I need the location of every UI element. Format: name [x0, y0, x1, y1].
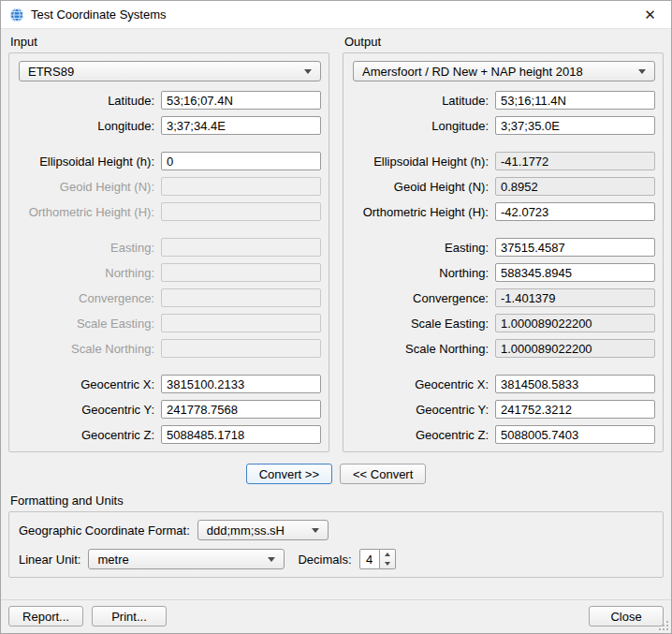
input-geoid-height-field — [161, 177, 321, 196]
report-button[interactable]: Report... — [8, 606, 83, 627]
formatting-group-title: Formatting and Units — [10, 494, 664, 508]
convert-forward-button[interactable]: Convert >> — [246, 464, 332, 484]
geographic-format-row: Geographic Coordinate Format: ddd;mm;ss.… — [19, 520, 655, 540]
spin-down-arrow-icon — [385, 562, 390, 566]
input-latitude-field[interactable] — [161, 91, 321, 110]
input-scale-easting-field — [161, 314, 321, 332]
input-longitude-row: Longitude: — [19, 116, 321, 135]
output-scale-easting-row: Scale Easting: — [353, 314, 655, 332]
output-geocentric-z-field[interactable] — [495, 425, 655, 444]
output-latitude-field[interactable] — [495, 91, 655, 110]
window-titlebar[interactable]: Test Coordinate Systems ✕ — [1, 1, 671, 29]
output-geocentric-x-row: Geocentric X: — [353, 375, 655, 393]
close-window-button[interactable]: ✕ — [629, 1, 671, 28]
dropdown-arrow-icon — [268, 557, 275, 562]
input-ellipsoidal-height-field[interactable] — [161, 152, 321, 170]
output-orthometric-height-label: Orthometric Height (H): — [353, 205, 495, 219]
bottom-button-bar: Report... Print... Close — [1, 600, 671, 633]
output-ellipsoidal-height-field[interactable] — [495, 152, 655, 170]
bottom-section: Report... Print... Close — [1, 599, 671, 633]
decimals-spin-up-button[interactable] — [380, 550, 395, 559]
output-panel: Output Amersfoort / RD New + NAP height … — [343, 33, 664, 452]
output-geocentric-y-label: Geocentric Y: — [353, 403, 495, 417]
input-longitude-field[interactable] — [161, 116, 321, 135]
input-geocentric-x-field[interactable] — [161, 375, 321, 393]
output-scale-easting-field[interactable] — [495, 314, 655, 332]
output-easting-row: Easting: — [353, 238, 655, 257]
linear-unit-dropdown[interactable]: metre — [88, 549, 285, 569]
input-geocentric-z-row: Geocentric Z: — [19, 425, 321, 444]
geographic-format-dropdown[interactable]: ddd;mm;ss.sH — [197, 520, 329, 540]
input-crs-value: ETRS89 — [28, 65, 297, 79]
input-scale-northing-field — [161, 339, 321, 358]
output-northing-field[interactable] — [495, 263, 655, 282]
input-northing-row: Northing: — [19, 263, 321, 282]
input-scale-easting-row: Scale Easting: — [19, 314, 321, 332]
window-title: Test Coordinate Systems — [31, 7, 167, 22]
output-geocentric-x-field[interactable] — [495, 375, 655, 393]
input-convergence-field — [161, 288, 321, 307]
close-dialog-button[interactable]: Close — [589, 606, 664, 627]
decimals-spin-buttons — [380, 549, 396, 569]
input-ellipsoidal-height-row: Ellipsoidal Height (h): — [19, 152, 321, 170]
output-scale-northing-field[interactable] — [495, 339, 655, 358]
output-ellipsoidal-height-row: Ellipsoidal Height (h): — [353, 152, 655, 170]
output-geocentric-y-row: Geocentric Y: — [353, 400, 655, 419]
input-panel: Input ETRS89 Latitude: Longitude: Ellips… — [8, 33, 329, 452]
input-orthometric-height-field — [161, 202, 321, 221]
input-orthometric-height-label: Orthometric Height (H): — [19, 205, 161, 219]
decimals-spin-down-button[interactable] — [380, 559, 395, 568]
formatting-group-box: Geographic Coordinate Format: ddd;mm;ss.… — [8, 511, 664, 578]
output-convergence-row: Convergence: — [353, 288, 655, 307]
output-longitude-label: Longitude: — [353, 119, 495, 133]
output-geoid-height-row: Geoid Height (N): — [353, 177, 655, 196]
output-latitude-label: Latitude: — [353, 94, 495, 108]
convert-backward-button[interactable]: << Convert — [340, 464, 426, 484]
input-geocentric-x-label: Geocentric X: — [19, 377, 161, 391]
output-orthometric-height-field[interactable] — [495, 202, 655, 221]
input-longitude-label: Longitude: — [19, 119, 161, 133]
output-geocentric-z-row: Geocentric Z: — [353, 425, 655, 444]
input-geocentric-z-label: Geocentric Z: — [19, 428, 161, 442]
decimals-value-field[interactable] — [359, 549, 380, 569]
input-convergence-row: Convergence: — [19, 288, 321, 307]
print-button[interactable]: Print... — [92, 606, 167, 627]
input-scale-northing-label: Scale Northing: — [19, 342, 161, 356]
output-easting-field[interactable] — [495, 238, 655, 257]
output-northing-row: Northing: — [353, 263, 655, 282]
input-geoid-height-label: Geoid Height (N): — [19, 180, 161, 194]
output-scale-northing-row: Scale Northing: — [353, 339, 655, 358]
output-geocentric-y-field[interactable] — [495, 400, 655, 419]
input-northing-label: Northing: — [19, 266, 161, 280]
output-crs-dropdown[interactable]: Amersfoort / RD New + NAP height 2018 — [353, 61, 655, 81]
dropdown-arrow-icon — [312, 528, 319, 533]
output-group-box: Amersfoort / RD New + NAP height 2018 La… — [343, 52, 664, 452]
geographic-format-value: ddd;mm;ss.sH — [207, 523, 304, 538]
input-scale-northing-row: Scale Northing: — [19, 339, 321, 358]
input-crs-dropdown[interactable]: ETRS89 — [19, 61, 321, 81]
output-northing-label: Northing: — [353, 266, 495, 280]
output-convergence-field[interactable] — [495, 288, 655, 307]
output-crs-value: Amersfoort / RD New + NAP height 2018 — [362, 65, 631, 79]
input-easting-row: Easting: — [19, 238, 321, 257]
input-group-box: ETRS89 Latitude: Longitude: Ellipsoidal … — [8, 52, 329, 452]
input-geocentric-z-field[interactable] — [161, 425, 321, 444]
output-easting-label: Easting: — [353, 241, 495, 255]
output-geoid-height-label: Geoid Height (N): — [353, 180, 495, 194]
dropdown-arrow-icon — [638, 69, 646, 74]
resize-grip[interactable] — [658, 620, 669, 631]
decimals-spinner — [359, 549, 396, 569]
convert-buttons-row: Convert >> << Convert — [1, 464, 671, 484]
geographic-format-label: Geographic Coordinate Format: — [19, 523, 197, 538]
output-geoid-height-field[interactable] — [495, 177, 655, 196]
input-easting-field — [161, 238, 321, 257]
input-northing-field — [161, 263, 321, 282]
output-scale-easting-label: Scale Easting: — [353, 317, 495, 331]
output-latitude-row: Latitude: — [353, 91, 655, 110]
formatting-section: Formatting and Units Geographic Coordina… — [1, 484, 671, 578]
output-longitude-field[interactable] — [495, 116, 655, 135]
input-geocentric-y-field[interactable] — [161, 400, 321, 419]
input-ellipsoidal-height-label: Ellipsoidal Height (h): — [19, 155, 161, 169]
linear-unit-row: Linear Unit: metre Decimals: — [19, 549, 655, 569]
input-scale-easting-label: Scale Easting: — [19, 317, 161, 331]
